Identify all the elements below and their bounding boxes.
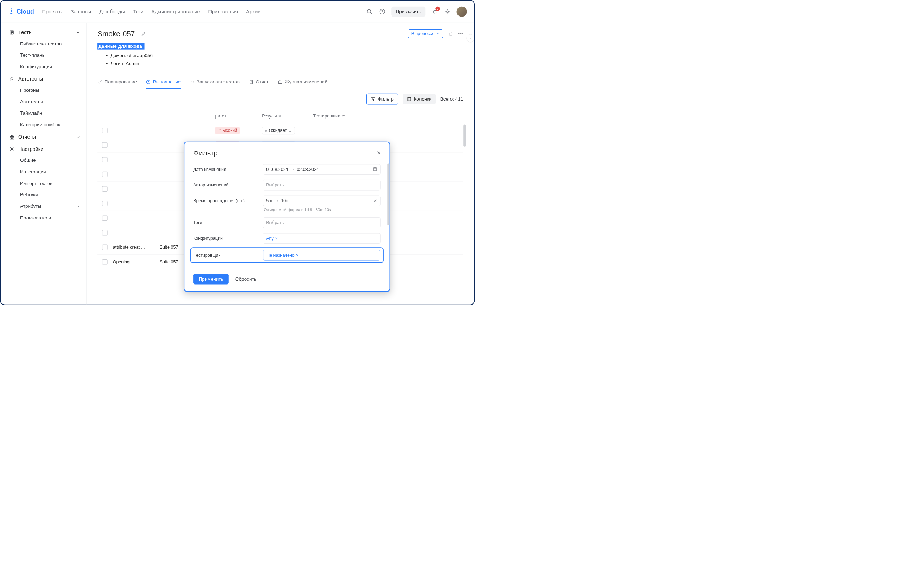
more-button[interactable]: ••• [458,31,463,37]
filter-button[interactable]: Фильтр [366,94,398,105]
sidebar-test-plans[interactable]: Тест-планы [18,50,82,61]
modal-scrollbar[interactable] [387,163,389,225]
col-priority[interactable]: ритет [214,114,262,119]
close-icon[interactable]: ✕ [377,150,381,156]
sidebar-configurations[interactable]: Конфигурации [18,61,82,73]
table-row[interactable]: ⌃ ысокий ● Ожидает ⌄ [97,123,463,138]
nav-apps[interactable]: Приложения [208,9,238,15]
notifications-icon[interactable]: β [431,8,439,16]
svg-point-3 [447,11,449,13]
filter-author-label: Автор изменений [193,183,262,188]
svg-point-9 [11,149,13,150]
svg-rect-13 [408,97,411,100]
row-checkbox[interactable] [102,186,108,192]
chevron-down-icon [436,32,440,35]
svg-rect-10 [449,33,452,35]
columns-icon [407,97,411,101]
priority-chip: ⌃ ысокий [215,127,240,134]
tab-autotest-runs[interactable]: Запуски автотестов [190,76,240,89]
apply-button[interactable]: Применить [193,274,229,284]
app-logo[interactable]: Cloud [8,8,34,16]
table-header: ритет Результат Тестировщик [97,109,463,123]
sidebar-autotests-sub[interactable]: Автотесты [18,96,82,108]
invite-button[interactable]: Пригласить [391,7,426,17]
chevron-up-icon [76,31,80,34]
table-scrollbar[interactable] [463,124,466,146]
total-label: Всего: 411 [440,96,463,102]
filter-tags-select[interactable]: Выбрать [262,217,381,228]
collapse-panel-button[interactable] [466,34,475,42]
svg-rect-5 [10,135,11,137]
status-dropdown[interactable]: В процессе [408,29,443,38]
row-checkbox[interactable] [102,215,108,221]
main-panel: Smoke-057 В процессе ••• Данные для вход… [87,23,474,304]
sidebar-general[interactable]: Общие [18,155,82,166]
tab-planning[interactable]: Планирование [97,76,137,89]
filter-time-range[interactable]: 5m → 10m ✕ [262,195,381,206]
chevron-up-icon [76,77,80,81]
login-label: Данные для входа: [97,43,144,49]
sidebar-autotests[interactable]: Автотесты [7,73,82,84]
reset-button[interactable]: Сбросить [235,276,257,282]
nav-requests[interactable]: Запросы [71,9,92,15]
clear-icon[interactable]: ✕ [373,198,377,204]
col-tester[interactable]: Тестировщик [313,114,463,119]
row-checkbox[interactable] [102,201,108,207]
svg-rect-20 [373,167,376,170]
sidebar-integrations[interactable]: Интеграции [18,166,82,178]
filter-tags-label: Теги [193,220,262,225]
sidebar-users[interactable]: Пользователи [18,212,82,224]
toolbar: Фильтр Колонки Всего: 411 [87,89,474,109]
sidebar-tests[interactable]: Тесты [7,27,82,38]
tab-changelog[interactable]: Журнал изменений [278,76,328,89]
nav-dashboards[interactable]: Дашборды [99,9,125,15]
row-checkbox[interactable] [102,157,108,163]
filter-config-select[interactable]: Any × [262,233,381,244]
col-result[interactable]: Результат [262,114,313,119]
nav-projects[interactable]: Проекты [42,9,63,15]
filter-tester-label: Тестировщик [194,252,263,258]
result-dropdown[interactable]: ● Ожидает ⌄ [262,127,295,134]
sidebar-test-library[interactable]: Библиотека тестов [18,38,82,50]
edit-icon[interactable] [141,31,146,36]
sidebar-webhooks[interactable]: Вебхуки [18,189,82,201]
lock-icon[interactable] [448,31,453,36]
tabs: Планирование Выполнение Запуски автотест… [87,74,474,89]
filter-time-hint: Ожидаемый формат: 1d 8h 30m 10s [262,207,331,212]
svg-point-1 [368,10,371,13]
theme-icon[interactable] [444,8,451,16]
filter-tester-tag[interactable]: Не назначено × [266,252,298,258]
row-checkbox[interactable] [102,244,108,250]
row-checkbox[interactable] [102,230,108,236]
sidebar-import-tests[interactable]: Импорт тестов [18,178,82,189]
tab-report[interactable]: Отчет [249,76,269,89]
nav-admin[interactable]: Администрирование [151,9,200,15]
filter-config-tag[interactable]: Any × [266,236,278,241]
nav-archive[interactable]: Архив [246,9,261,15]
sidebar-attributes[interactable]: Атрибуты [18,200,82,212]
sidebar-reports[interactable]: Отчеты [7,131,82,142]
row-checkbox[interactable] [102,259,108,265]
sidebar-timeline[interactable]: Таймлайн [18,108,82,119]
filter-date-range[interactable]: 01.08.2024 → 02.08.2024 [262,164,381,175]
sidebar-runs[interactable]: Прогоны [18,84,82,96]
tab-execution[interactable]: Выполнение [146,76,181,89]
search-icon[interactable] [366,8,373,16]
row-checkbox[interactable] [102,142,108,148]
login-user: Логин: Admin [110,60,463,68]
row-checkbox[interactable] [102,128,108,133]
filter-time-label: Время прохождения (ср.) [193,198,262,204]
filter-date-label: Дата изменения [193,167,262,172]
help-icon[interactable] [379,8,386,16]
user-avatar[interactable] [457,6,467,16]
filter-tester-select[interactable]: Не назначено × [263,250,380,260]
filter-author-select[interactable]: Выбрать [262,180,381,190]
filter-icon [371,97,376,101]
row-checkbox[interactable] [102,171,108,177]
columns-button[interactable]: Колонки [403,94,436,105]
sidebar-settings[interactable]: Настройки [7,144,82,154]
nav-tags[interactable]: Теги [133,9,144,15]
login-info-block: Данные для входа: Домен: otterapp056 Лог… [87,38,474,74]
sidebar-error-categories[interactable]: Категории ошибок [18,119,82,131]
calendar-icon[interactable] [373,167,377,172]
